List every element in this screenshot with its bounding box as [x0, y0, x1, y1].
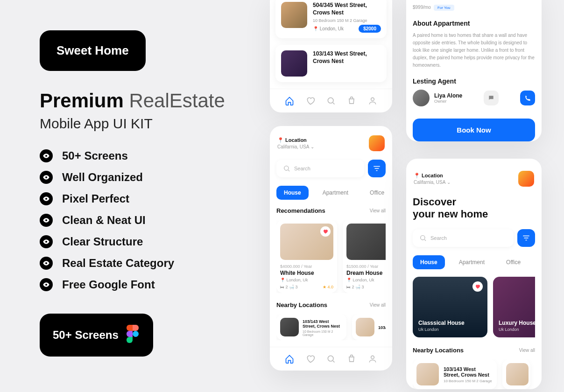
nav-profile[interactable]	[367, 96, 378, 106]
screens-badge: 50+ Screens	[40, 314, 153, 357]
bottom-nav	[270, 347, 392, 371]
card-name: Dream House	[346, 270, 386, 276]
nav-cart[interactable]	[346, 354, 357, 364]
nav-home[interactable]	[284, 354, 295, 364]
feature-item: 50+ Screens	[40, 149, 250, 162]
nav-home[interactable]	[284, 96, 295, 106]
about-text: A paired home is two homes that share a …	[413, 32, 535, 69]
tab-house[interactable]: House	[276, 186, 309, 200]
nearby-card[interactable]: 103/143 West Street, Crows Nest10 Bedroo…	[276, 314, 346, 340]
listing-card[interactable]: 103/143 West Street, Crows Nest	[275, 45, 387, 82]
svg-point-3	[328, 356, 333, 361]
screen-detail: 🛏 5🛁 3▣ 750 $999/moFor You About Appartm…	[406, 0, 542, 141]
listing-title: 504/345 West Street, Crows Nest	[313, 2, 381, 16]
feature-item: Clear Structure	[40, 235, 250, 248]
card-image	[280, 224, 333, 260]
listing-card[interactable]: 504/345 West Street, Crows Nest 10 Bedro…	[275, 0, 387, 38]
section-title: Nearby Locations	[276, 301, 327, 308]
tab-house[interactable]: House	[413, 255, 445, 269]
book-button[interactable]: Book Now	[413, 119, 535, 141]
listing-title: 103/143 West Street, Crows Nest	[313, 50, 381, 65]
view-all-link[interactable]: View all	[370, 208, 386, 213]
agent-role: Owner	[434, 99, 462, 104]
eye-icon	[40, 149, 53, 162]
nav-profile[interactable]	[367, 354, 378, 364]
svg-point-4	[371, 356, 374, 359]
view-all-link[interactable]: View all	[519, 348, 535, 353]
about-heading: About Appartment	[413, 20, 535, 27]
featured-card[interactable]: Luxury House Uk London	[493, 277, 535, 337]
nearby-card[interactable]: 103/143 West Street, Crows Nest10 Bedroo…	[413, 359, 497, 389]
section-title: Recomendations	[276, 207, 325, 214]
card-location: 📍 London, Uk	[346, 278, 386, 282]
heart-icon[interactable]	[320, 226, 331, 237]
section-title: Nearby Locations	[413, 347, 464, 354]
avatar[interactable]	[518, 171, 534, 187]
nav-search[interactable]	[326, 354, 336, 364]
nearby-card[interactable]: 103/14...	[352, 314, 386, 340]
nav-cart[interactable]	[346, 96, 357, 106]
card-location: Uk London	[499, 327, 535, 332]
bottom-nav	[270, 89, 392, 112]
search-input[interactable]: Search	[413, 229, 514, 247]
location-label: 📍Location	[414, 173, 451, 179]
nav-favorites[interactable]	[305, 354, 316, 364]
listing-image	[281, 50, 307, 77]
view-all-link[interactable]: View all	[370, 302, 386, 308]
tab-land[interactable]: Land	[535, 255, 535, 269]
call-button[interactable]	[520, 91, 535, 105]
eye-icon	[40, 171, 53, 184]
page-title: Premium RealEstate	[40, 90, 250, 112]
eye-icon	[40, 235, 53, 248]
card-name: Luxury House	[499, 320, 535, 326]
tab-office[interactable]: Office	[362, 186, 386, 200]
screen-listings: 504/345 West Street, Crows Nest 10 Bedro…	[270, 0, 392, 112]
screen-discover: 📍LocationCalifarnia, USA ⌄ Discoveryour …	[406, 159, 542, 389]
avatar[interactable]	[369, 135, 385, 151]
tab-office[interactable]: Office	[499, 255, 528, 269]
svg-point-5	[421, 235, 425, 239]
svg-point-1	[371, 98, 374, 101]
card-name: White House	[280, 270, 333, 276]
agent-name: Liya Alone	[434, 92, 462, 99]
tab-apartment[interactable]: Apartment	[315, 186, 356, 200]
eye-icon	[40, 214, 53, 227]
filter-button[interactable]	[517, 229, 535, 247]
agent-heading: Lesting Agent	[413, 77, 535, 85]
agent-avatar	[413, 90, 430, 106]
nav-favorites[interactable]	[305, 96, 316, 106]
eye-icon	[40, 192, 53, 205]
location-value[interactable]: Califarnia, USA ⌄	[414, 180, 451, 185]
figma-icon	[125, 325, 140, 345]
property-price: $999/mo	[413, 1, 431, 11]
card-location: 📍 London, Uk	[280, 278, 333, 282]
for-you-tag: For You	[434, 5, 454, 11]
search-input[interactable]: Search	[276, 160, 364, 177]
card-location: Uk London	[418, 327, 482, 332]
listing-image	[281, 2, 307, 28]
feature-item: Free Google Font	[40, 278, 250, 291]
feature-item: Real Estate Category	[40, 257, 250, 270]
location-label: 📍Location	[277, 137, 314, 143]
nav-search[interactable]	[326, 96, 336, 106]
tab-apartment[interactable]: Apartment	[451, 255, 492, 269]
brand-badge: Sweet Home	[40, 30, 146, 71]
location-value[interactable]: Califarnia, USA ⌄	[277, 144, 314, 149]
subtitle: Mobile App UI KIT	[40, 116, 250, 132]
card-image	[346, 224, 386, 260]
recommendation-card[interactable]: $4000.000 / Year White House 📍 London, U…	[276, 220, 337, 293]
eye-icon	[40, 278, 53, 291]
eye-icon	[40, 257, 53, 270]
feature-item: Pixel Perfect	[40, 192, 250, 205]
listing-price: $2000	[359, 25, 381, 33]
filter-button[interactable]	[368, 160, 386, 177]
recommendation-card[interactable]: $1500.000 / Year Dream House 📍 London, U…	[343, 220, 386, 293]
discover-heading: Discoveryour new home	[413, 196, 535, 221]
svg-point-0	[328, 98, 333, 104]
heart-icon[interactable]	[472, 281, 483, 292]
featured-card[interactable]: Classsical House Uk London	[413, 277, 487, 337]
message-button[interactable]	[484, 91, 499, 105]
feature-item: Well Organized	[40, 171, 250, 184]
nearby-card[interactable]	[502, 359, 530, 389]
svg-point-2	[284, 166, 289, 170]
